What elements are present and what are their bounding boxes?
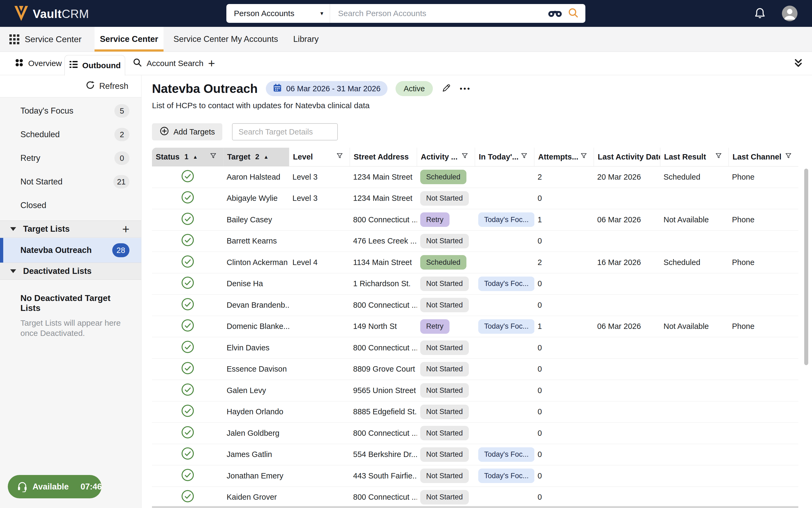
- activity-cell: Not Started: [417, 273, 475, 295]
- filter-icon[interactable]: [209, 152, 217, 162]
- double-chevron-down-icon[interactable]: [793, 58, 804, 70]
- sidebar-item-natevba-outreach[interactable]: Natevba Outreach 28: [0, 238, 141, 263]
- table-row[interactable]: Domenic Blanke...149 North StRetryToday'…: [152, 316, 798, 338]
- today-focus-cell: [475, 401, 535, 423]
- add-targets-button[interactable]: Add Targets: [152, 123, 222, 140]
- table-row[interactable]: Aaron HalsteadLevel 31234 Main StreetSch…: [152, 166, 798, 188]
- app-launcher-icon[interactable]: [9, 34, 20, 46]
- search-icon: [133, 58, 142, 69]
- count-badge: 0: [114, 152, 129, 165]
- filter-icon[interactable]: [784, 152, 793, 162]
- filter-icon[interactable]: [336, 152, 344, 162]
- table-row[interactable]: Denise Ha1 Richardson St.Not StartedToda…: [152, 273, 798, 295]
- sidebar-filter-scheduled[interactable]: Scheduled2: [0, 123, 141, 146]
- table-row[interactable]: Bailey Casey800 Connecticut ...RetryToda…: [152, 209, 798, 230]
- sidebar-filter-retry[interactable]: Retry0: [0, 146, 141, 170]
- attempts-cell: 0: [535, 188, 594, 209]
- table-row[interactable]: Abigayle WylieLevel 31234 Main StreetNot…: [152, 188, 798, 209]
- tab-overview[interactable]: Overview: [14, 52, 62, 75]
- status-cell: [152, 295, 223, 316]
- table-row[interactable]: Barrett Kearns476 Lees Creek ...Not Star…: [152, 230, 798, 252]
- caret-down-icon: [10, 227, 16, 231]
- refresh-button[interactable]: Refresh: [85, 80, 128, 92]
- horizontal-scrollbar[interactable]: [152, 506, 798, 508]
- column-header-last-result[interactable]: Last Result: [660, 148, 729, 166]
- column-header-label: Street Address: [354, 153, 409, 161]
- table-row[interactable]: Jonathan Emery443 South Fairfie...Not St…: [152, 465, 798, 487]
- notifications-bell-icon[interactable]: [754, 7, 766, 21]
- last-result-cell: Not Available: [660, 316, 729, 337]
- target-name-cell: Jalen Goldberg: [223, 423, 289, 444]
- last-activity-date-cell: [594, 444, 660, 465]
- sidebar-filter-list: Today's Focus5Scheduled2Retry0Not Starte…: [0, 99, 141, 217]
- today-focus-cell: [475, 230, 535, 252]
- edit-pencil-icon[interactable]: [441, 83, 452, 94]
- column-header-activity[interactable]: Activity ...: [417, 148, 475, 166]
- target-name-cell: Galen Levy: [223, 380, 289, 401]
- plus-circle-icon: [160, 126, 169, 138]
- table-row[interactable]: Clinton AckermanLevel 41134 Main StreetS…: [152, 252, 798, 273]
- last-channel-cell: [729, 337, 798, 358]
- sort-order-number: 2: [255, 153, 259, 161]
- level-cell: [289, 337, 350, 358]
- column-header-target[interactable]: Target2▲: [223, 148, 289, 166]
- filter-icon[interactable]: [461, 152, 469, 162]
- last-channel-cell: [729, 188, 798, 209]
- tab-outbound[interactable]: Outbound: [65, 55, 125, 76]
- target-details-search-input[interactable]: [232, 123, 338, 140]
- table-row[interactable]: Jalen Goldberg800 Connecticut ...Not Sta…: [152, 423, 798, 444]
- column-header-last-activity-date[interactable]: Last Activity Date: [594, 148, 660, 166]
- column-header-attempts[interactable]: Attempts...: [535, 148, 594, 166]
- add-tab-button[interactable]: +: [208, 52, 215, 75]
- table-row[interactable]: Devan Brandenb...800 Connecticut ...Not …: [152, 295, 798, 316]
- column-header-last-channel[interactable]: Last Channel: [729, 148, 798, 166]
- vault-crm-logo[interactable]: VaultCRM: [14, 5, 89, 23]
- add-target-list-button[interactable]: +: [122, 222, 129, 236]
- table-row[interactable]: Hayden Orlando8885 Edgefield St.Not Star…: [152, 401, 798, 423]
- filter-icon[interactable]: [715, 152, 723, 162]
- vertical-scrollbar-thumb[interactable]: [804, 169, 808, 365]
- last-result-cell: [660, 273, 729, 295]
- workspace-tabs: Overview Outbound Account Search +: [0, 52, 812, 75]
- column-header-street-address[interactable]: Street Address: [350, 148, 417, 166]
- target-name-cell: Aaron Halstead: [223, 166, 289, 188]
- table-row[interactable]: Elvin Davies800 Connecticut ...Not Start…: [152, 337, 798, 359]
- table-row[interactable]: Galen Levy9565 Union StreetNot Started0: [152, 380, 798, 401]
- activity-badge: Not Started: [420, 340, 469, 355]
- todays-focus-badge: Today's Foc...: [478, 319, 535, 334]
- sidebar-filter-not-started[interactable]: Not Started21: [0, 170, 141, 194]
- target-lists-section-header[interactable]: Target Lists +: [0, 220, 141, 238]
- status-check-icon: [181, 447, 195, 462]
- deactivated-lists-section-header[interactable]: Deactivated Lists: [0, 263, 141, 280]
- table-row[interactable]: James Gatlin554 Berkshire Dr...Not Start…: [152, 444, 798, 466]
- nav-tab-my-accounts[interactable]: Service Center My Accounts: [173, 27, 278, 51]
- sidebar-filter-closed[interactable]: Closed: [0, 194, 141, 217]
- column-header-status[interactable]: Status1▲: [152, 148, 223, 166]
- filter-icon[interactable]: [520, 152, 528, 162]
- status-cell: [152, 423, 223, 444]
- search-scope-selector[interactable]: Person Accounts ▾: [226, 4, 330, 23]
- sidebar-filter-today-s-focus[interactable]: Today's Focus5: [0, 99, 141, 123]
- table-row[interactable]: Essence Davison8809 Grove CourtNot Start…: [152, 359, 798, 380]
- search-icon[interactable]: [568, 7, 579, 19]
- agent-presence-pill[interactable]: Available 07:46: [8, 475, 101, 498]
- today-focus-cell: [475, 423, 535, 444]
- target-name-cell: Bailey Casey: [223, 209, 289, 230]
- global-search-input[interactable]: [330, 4, 585, 23]
- status-badge: Active: [395, 81, 433, 96]
- attempts-cell: 0: [535, 295, 594, 316]
- table-row[interactable]: Kaiden Grover800 Connecticut ...Not Star…: [152, 487, 798, 508]
- user-avatar[interactable]: [782, 6, 798, 21]
- nav-tab-service-center[interactable]: Service Center: [94, 27, 164, 51]
- nav-tab-library[interactable]: Library: [293, 27, 319, 51]
- attempts-cell: 0: [535, 444, 594, 465]
- filter-icon[interactable]: [580, 152, 588, 162]
- column-header-level[interactable]: Level: [289, 148, 350, 166]
- column-header-in-today[interactable]: In Today'...: [475, 148, 535, 166]
- binoculars-icon[interactable]: [548, 8, 562, 18]
- attempts-cell: 0: [535, 487, 594, 508]
- tab-account-search[interactable]: Account Search: [133, 52, 204, 75]
- count-badge: 21: [113, 175, 129, 188]
- status-check-icon: [181, 468, 195, 484]
- more-actions-icon[interactable]: •••: [460, 85, 471, 93]
